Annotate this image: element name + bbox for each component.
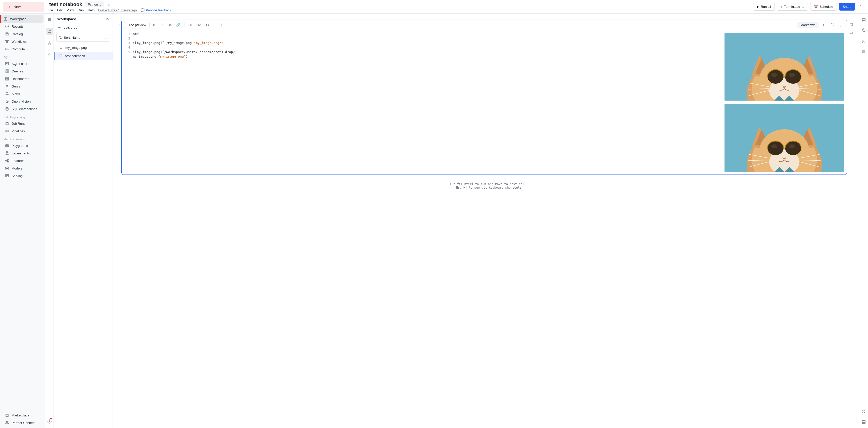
status-button[interactable]: ■ Terminated ⌄ — [777, 3, 808, 10]
sidebar-item-pipelines[interactable]: Pipelines — [1, 127, 43, 135]
svg-rect-33 — [48, 18, 51, 19]
code-editor[interactable]: 12345 %md ![my_image.png](./my_image.png… — [122, 30, 720, 174]
menu-run[interactable]: Run — [78, 8, 84, 12]
menu-edit[interactable]: Edit — [57, 8, 63, 12]
sql-editor-icon — [5, 62, 9, 66]
sidebar-item-sql-editor[interactable]: SQL Editor — [1, 60, 43, 67]
delete-icon[interactable] — [849, 22, 855, 27]
sidebar-item-marketplace[interactable]: Marketplace — [1, 411, 43, 419]
sparkle-icon[interactable]: ✦ — [820, 21, 827, 28]
italic-icon[interactable]: I — [159, 21, 165, 28]
svg-rect-1 — [6, 17, 7, 20]
feedback-link[interactable]: 💬 Provide feedback — [141, 8, 171, 12]
sidebar-item-label: Compute — [11, 47, 25, 51]
left-sidebar: WorkspaceRecentsCatalogWorkflowsCompute … — [0, 13, 45, 428]
svg-point-37 — [48, 43, 49, 44]
svg-point-31 — [6, 422, 7, 423]
rail-sparkle-icon[interactable]: ✧ — [46, 51, 53, 58]
language-selector[interactable]: Python ⌄ — [85, 1, 104, 7]
star-icon[interactable]: ☆ — [107, 2, 111, 7]
sidebar-item-catalog[interactable]: Catalog — [1, 30, 43, 38]
cell-type-badge[interactable]: Markdown — [797, 22, 818, 28]
comment-icon[interactable] — [861, 17, 866, 22]
sidebar-item-features[interactable]: Features — [1, 157, 43, 165]
bullet-list-icon[interactable] — [211, 21, 218, 28]
drag-handle-icon[interactable]: ⋮⋮ — [115, 20, 120, 423]
link-icon[interactable]: 🔗 — [175, 21, 182, 28]
kebab-icon[interactable]: ⋮ — [106, 26, 110, 29]
close-icon[interactable]: ✕ — [106, 17, 109, 21]
rail-list-icon[interactable] — [46, 16, 53, 23]
chevron-down-icon: ⌄ — [104, 36, 107, 39]
sidebar-item-sql-warehouses[interactable]: SQL Warehouses — [1, 105, 43, 113]
sidebar-item-genie[interactable]: Genie — [1, 83, 43, 90]
sidebar-item-alerts[interactable]: Alerts — [1, 90, 43, 97]
sidebar-item-partner-connect[interactable]: Partner Connect — [1, 419, 43, 427]
svg-point-46 — [213, 26, 214, 26]
bold-icon[interactable]: B — [151, 21, 158, 28]
svg-rect-11 — [7, 79, 8, 80]
code-icon[interactable]: <> — [166, 21, 174, 28]
sidebar-item-models[interactable]: Models — [1, 165, 43, 172]
section-ml: Machine Learning — [0, 135, 45, 142]
history-icon[interactable] — [861, 28, 866, 33]
file-row[interactable]: my_image.png — [54, 44, 113, 52]
numbered-list-icon[interactable]: 123 — [219, 21, 226, 28]
right-rail: {x} ⌘ — [859, 13, 868, 428]
sidebar-item-queries[interactable]: Queries — [1, 67, 43, 75]
schedule-button[interactable]: 📅 Schedule — [810, 3, 837, 10]
sidebar-item-workflows[interactable]: Workflows — [1, 38, 43, 45]
expand-icon[interactable]: ⛶ — [829, 21, 836, 28]
breadcrumb[interactable]: cats drop — [64, 26, 77, 29]
sidebar-item-job-runs[interactable]: Job Runs — [1, 120, 43, 127]
run-all-button[interactable]: ▶ Run all — [753, 3, 775, 10]
columns-icon[interactable] — [861, 49, 866, 54]
models-icon — [5, 166, 9, 170]
menu-view[interactable]: View — [67, 8, 74, 12]
rail-share-icon[interactable] — [46, 39, 53, 46]
hide-preview-button[interactable]: Hide preview — [124, 22, 150, 28]
sidebar-item-label: Partner Connect — [11, 421, 35, 425]
rail-folder-icon[interactable] — [46, 28, 53, 35]
svg-rect-0 — [4, 17, 5, 20]
sidebar-item-experiments[interactable]: Experiments — [1, 149, 43, 157]
svg-point-18 — [7, 145, 8, 146]
notebook-title[interactable]: test notebook — [49, 1, 82, 7]
sidebar-item-dashboards[interactable]: Dashboards — [1, 75, 43, 83]
sidebar-item-label: Playground — [11, 144, 28, 148]
history-icon — [5, 99, 9, 103]
sidebar-item-serving[interactable]: Serving — [1, 172, 43, 179]
h1-button[interactable]: H1 — [187, 21, 194, 28]
sidebar-item-label: Alerts — [11, 92, 20, 96]
keyboard-hints: [Shift+Enter] to run and move to next ce… — [121, 182, 855, 189]
keyboard-icon[interactable]: ⌘ — [861, 409, 866, 414]
last-edit-link[interactable]: Last edit was 1 minute ago — [98, 8, 137, 12]
h3-button[interactable]: H3 — [203, 21, 210, 28]
workspace-panel: Workspace ✕ ← cats drop ⋮ ⇅ Sort: Name ⌄… — [54, 13, 113, 428]
variables-icon[interactable]: {x} — [861, 38, 866, 43]
file-row[interactable]: test notebook — [54, 52, 113, 60]
svg-point-15 — [7, 131, 8, 132]
rail-clock-icon[interactable] — [46, 418, 53, 425]
svg-rect-51 — [222, 25, 224, 25]
h2-button[interactable]: H2 — [195, 21, 202, 28]
sidebar-item-playground[interactable]: Playground — [1, 142, 43, 149]
sidebar-item-recents[interactable]: Recents — [1, 23, 43, 30]
flask-icon — [5, 151, 9, 155]
panel-bottom-icon[interactable] — [861, 420, 866, 425]
schedule-label: Schedule — [819, 5, 833, 8]
notebook-cell[interactable]: Hide preview B I <> 🔗 H1 H2 H3 — [121, 20, 847, 175]
collapse-icon[interactable]: ⌃ — [857, 3, 864, 10]
sort-dropdown[interactable]: ⇅ Sort: Name ⌄ — [56, 34, 110, 41]
sidebar-item-workspace[interactable]: Workspace — [0, 15, 43, 23]
new-button[interactable]: ＋ New — [3, 2, 44, 12]
file-name: my_image.png — [65, 46, 87, 50]
kebab-icon[interactable]: ⋮ — [837, 21, 844, 28]
flask-icon[interactable] — [849, 30, 855, 35]
menu-help[interactable]: Help — [88, 8, 94, 12]
share-button[interactable]: Share — [839, 3, 855, 10]
sidebar-item-compute[interactable]: Compute — [1, 45, 43, 53]
menu-file[interactable]: File — [48, 8, 53, 12]
back-icon[interactable]: ← — [57, 25, 61, 30]
sidebar-item-query-history[interactable]: Query History — [1, 97, 43, 105]
